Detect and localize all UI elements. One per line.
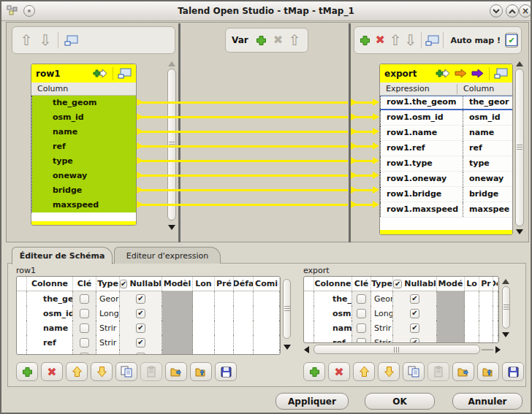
output-move-down-button[interactable]: ⇩ <box>403 31 418 50</box>
column-cell[interactable]: oneway <box>463 172 513 186</box>
colonne-cell[interactable]: osm_i <box>314 306 352 321</box>
schema-row[interactable]: the_g Geor ✔ <box>304 291 498 306</box>
nullable-cell[interactable]: ✔ <box>393 291 437 306</box>
key-cell[interactable] <box>73 306 96 321</box>
header-default[interactable]: Défa <box>234 277 254 291</box>
tab-expression-editor[interactable]: Editeur d'expression <box>114 247 221 264</box>
nullable-cell[interactable]: ✔ <box>393 306 437 321</box>
close-button[interactable]: × <box>519 4 532 18</box>
precision-cell[interactable] <box>215 291 234 306</box>
colonne-cell[interactable]: osm_id <box>27 306 73 321</box>
schema-row[interactable]: name Strir ✔ <box>17 321 280 335</box>
length-cell[interactable] <box>465 335 479 343</box>
var-move-up-button[interactable]: ⇧ <box>287 31 302 50</box>
default-cell[interactable] <box>234 335 254 350</box>
key-cell[interactable] <box>73 321 96 335</box>
default-cell[interactable] <box>493 335 498 343</box>
nullable-cell[interactable]: ✔ <box>393 321 437 335</box>
precision-cell[interactable] <box>479 335 493 343</box>
checkbox[interactable]: ✔ <box>136 309 145 318</box>
input-row[interactable]: oneway <box>32 169 136 183</box>
checkbox[interactable]: ✔ <box>410 294 419 304</box>
schema-row[interactable]: osm_id Long ✔ <box>17 306 280 321</box>
default-cell[interactable] <box>493 321 498 335</box>
schema-row[interactable]: the_geor Geor ✔ <box>17 291 280 306</box>
output-row[interactable]: row1.ref ref <box>380 141 512 156</box>
header-colonne[interactable]: Colonne <box>27 277 73 291</box>
checkbox[interactable] <box>357 323 366 333</box>
column-cell[interactable]: maxspee <box>463 202 513 217</box>
purple-arrow-icon[interactable] <box>471 68 484 79</box>
add-output-button[interactable] <box>357 31 373 50</box>
length-cell[interactable] <box>465 306 479 321</box>
checkbox[interactable]: ✔ <box>136 338 145 348</box>
type-cell[interactable]: Geor <box>96 291 120 306</box>
remove-var-button[interactable]: ✖ <box>270 31 285 50</box>
left-schema-scrollbar-thumb[interactable] <box>283 279 291 339</box>
schema-row[interactable]: ref Strir ✔ <box>17 335 280 350</box>
column-cell[interactable]: type <box>463 156 513 171</box>
input-row[interactable]: type <box>32 154 136 169</box>
minimize-table-button[interactable] <box>425 31 440 50</box>
precision-cell[interactable] <box>215 306 234 321</box>
checkbox[interactable] <box>357 338 366 344</box>
precision-cell[interactable] <box>479 321 493 335</box>
key-cell[interactable] <box>352 335 371 343</box>
header-precision[interactable]: Pr <box>479 277 493 291</box>
add-column-arrow-icon[interactable] <box>436 68 451 79</box>
header-comment[interactable]: Comi <box>254 277 280 291</box>
checkbox[interactable] <box>80 294 89 304</box>
checkbox[interactable]: ✔ <box>136 323 145 333</box>
checkbox[interactable] <box>357 294 366 304</box>
key-cell[interactable] <box>73 291 96 306</box>
move-up-button[interactable]: ⇧ <box>17 31 36 50</box>
output-row[interactable]: row1.the_geom the_geor <box>380 96 512 110</box>
remove-column-button[interactable]: ✖ <box>41 362 63 381</box>
comment-cell[interactable] <box>254 350 280 355</box>
apply-button[interactable]: Appliquer <box>276 393 349 410</box>
type-cell[interactable]: Strir <box>371 335 393 343</box>
type-cell[interactable]: Long <box>371 306 393 321</box>
checkbox[interactable]: ✔ <box>393 280 402 288</box>
precision-cell[interactable] <box>215 321 234 335</box>
output-row[interactable]: row1.oneway oneway <box>380 172 512 187</box>
length-cell[interactable] <box>193 321 215 335</box>
colonne-cell[interactable]: ref <box>27 335 73 350</box>
add-var-button[interactable] <box>254 31 269 50</box>
header-colonne[interactable]: Colonne <box>314 277 352 291</box>
nullable-cell[interactable]: ✔ <box>120 306 162 321</box>
output-row[interactable]: row1.bridge bridge <box>380 187 512 202</box>
schema-row-partial[interactable] <box>17 350 280 355</box>
minimize-window-icon[interactable] <box>118 68 132 79</box>
input-row[interactable]: ref <box>32 139 136 154</box>
precision-cell[interactable] <box>479 291 493 306</box>
add-column-button[interactable] <box>16 362 38 381</box>
add-column-arrow-icon[interactable] <box>93 68 108 79</box>
length-cell[interactable] <box>193 335 215 350</box>
header-default[interactable]: Dé <box>493 277 498 291</box>
comment-cell[interactable] <box>254 335 280 350</box>
checkbox[interactable] <box>80 309 89 318</box>
move-down-button[interactable] <box>378 362 400 381</box>
header-nullable[interactable]: ✔Nullabl <box>120 277 162 291</box>
checkbox[interactable] <box>136 353 145 356</box>
scroll-up-icon[interactable] <box>168 61 175 66</box>
type-cell[interactable] <box>96 350 120 355</box>
header-model[interactable]: Modèl <box>162 277 193 291</box>
precision-cell[interactable] <box>479 306 493 321</box>
header-cle[interactable]: Clé <box>73 277 96 291</box>
output-move-up-button[interactable]: ⇧ <box>388 31 403 50</box>
move-up-button[interactable] <box>353 362 375 381</box>
default-cell[interactable] <box>234 350 254 355</box>
expression-cell[interactable]: row1.oneway <box>380 172 463 186</box>
column-cell[interactable]: the_geor <box>463 96 513 109</box>
move-down-button[interactable] <box>91 362 113 381</box>
import-schema-button[interactable] <box>190 362 212 381</box>
checkbox[interactable]: ✔ <box>120 280 127 288</box>
schema-row[interactable]: osm_i Long ✔ <box>304 306 498 321</box>
right-schema-scrollbar-thumb[interactable] <box>502 286 510 329</box>
comment-cell[interactable] <box>254 306 280 321</box>
comment-cell[interactable] <box>254 291 280 306</box>
input-scrollbar-thumb[interactable] <box>167 69 176 221</box>
panel-divider-left[interactable] <box>178 23 180 242</box>
